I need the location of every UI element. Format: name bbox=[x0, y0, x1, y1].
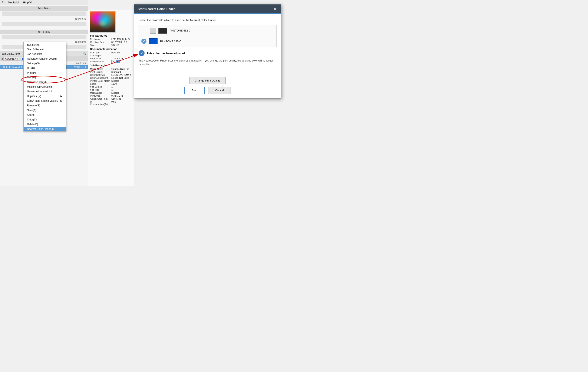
menu-generate-variation[interactable]: Generate Variation Job(H) bbox=[24, 56, 66, 61]
color-settings-value: LGEcoUV5_CMYK bbox=[111, 74, 131, 76]
menu-rip[interactable]: RIP(R) bbox=[24, 66, 66, 71]
context-menu: Edit Design Step & Repeat Job Assistant … bbox=[23, 42, 66, 132]
pages-value: 1 bbox=[111, 54, 113, 57]
rip-status-label: RIP Status bbox=[0, 30, 88, 34]
menu-nest[interactable]: Nest(N) bbox=[24, 75, 66, 80]
dialog-action-row: Start Cancel bbox=[139, 87, 277, 94]
file-thumbnail bbox=[90, 11, 116, 32]
queue-tab-a[interactable]: A Queue A ✿ bbox=[3, 57, 20, 61]
file-attrs-panel: File Attributes File Name LFR_MG_Light G… bbox=[88, 10, 134, 186]
nearest-color-finder-dialog: Start Nearest Color Finder ✕ Select the … bbox=[134, 4, 281, 99]
file-name-value: LFR_MG_Light Gr bbox=[111, 38, 130, 41]
color-row-432[interactable]: PANTONE 432 C bbox=[139, 25, 276, 36]
change-print-quality-button[interactable]: Change Print Quality bbox=[189, 77, 226, 84]
left-panel: P) Media(M) Help(H) Print Status Nicknam… bbox=[0, 0, 88, 186]
creation-date-value: 8/12/2023 15:5: bbox=[111, 41, 127, 43]
print-quality-row: Print Quality Standard bbox=[90, 71, 132, 73]
menu-edit-design[interactable]: Edit Design bbox=[24, 42, 66, 47]
menu-generate-layered[interactable]: Generate Layered Job bbox=[24, 89, 66, 94]
menu-item-help[interactable]: Help(H) bbox=[23, 1, 32, 4]
menu-job-assistant[interactable]: Job Assistant bbox=[24, 52, 66, 56]
color-432-swatch-light bbox=[150, 28, 156, 34]
adjusted-text: This color has been adjusted. bbox=[147, 52, 186, 55]
scale-row: Scale 100% bbox=[90, 83, 132, 85]
dialog-body: Select the color with which to execute t… bbox=[134, 14, 281, 75]
copies-row: # of Copies 1 bbox=[90, 85, 132, 88]
ink-row: Ink Consumption(Esti... 0.50 bbox=[90, 101, 132, 105]
special-items-row: Special Items A Gi bbox=[90, 60, 132, 63]
menu-duplicate[interactable]: Duplicate(Y) ▶ bbox=[24, 94, 66, 99]
action-row: Action After Print Save Job bbox=[90, 97, 132, 100]
print-quality-value: Standard bbox=[111, 71, 121, 73]
tiles-value: 1 bbox=[111, 89, 113, 91]
menu-abort[interactable]: Abort(T) bbox=[24, 113, 66, 117]
mark-label-row: Mark/Label Disable bbox=[90, 92, 132, 94]
menu-settings[interactable]: Settings(S) bbox=[24, 61, 66, 66]
copies-label: # of Copies bbox=[90, 85, 111, 88]
print-area-row: Print Area 9.3 x 7.2 in bbox=[90, 94, 132, 97]
color-285-name: PANTONE 285 C bbox=[160, 40, 181, 43]
menu-print[interactable]: Print(P) bbox=[24, 71, 66, 75]
color-list: PANTONE 432 C ✓ PANTONE 285 C bbox=[139, 25, 277, 47]
start-button[interactable]: Start bbox=[184, 87, 205, 94]
size-row: Size 904 KB bbox=[90, 44, 132, 46]
cancel-button[interactable]: Cancel bbox=[208, 87, 231, 94]
menu-multiple-job[interactable]: Multiple Job Grouping bbox=[24, 84, 66, 89]
color-285-check-icon: ✓ bbox=[141, 39, 147, 44]
dialog-footer: Change Print Quality Start Cancel bbox=[134, 75, 281, 98]
menu-nearest-color-finder[interactable]: Nearest Color Finder(J) bbox=[24, 127, 66, 131]
printer-color-row: Printer Color Match Disable bbox=[90, 80, 132, 82]
tiles-row: # of Tiles 1 bbox=[90, 89, 132, 91]
menu-bar: P) Media(M) Help(H) bbox=[0, 0, 88, 5]
color-432-swatch-dark bbox=[158, 28, 167, 34]
adjusted-check-circle: ✓ bbox=[139, 50, 145, 56]
ink-value: 0.50 bbox=[111, 101, 116, 105]
ink-label: Ink Consumption(Esti... bbox=[90, 101, 111, 105]
pages-label: # of Pages bbox=[90, 54, 111, 57]
printer-color-label: Printer Color Match bbox=[90, 80, 111, 82]
menu-copy-paste[interactable]: Copy/Paste Setting Value(V) ▶ bbox=[24, 99, 66, 103]
mark-label-value: Disable bbox=[111, 92, 119, 94]
menu-step-repeat[interactable]: Step & Repeat bbox=[24, 47, 66, 52]
menu-save[interactable]: Save(A) bbox=[24, 108, 66, 113]
menu-delete[interactable]: Delete(D) bbox=[24, 122, 66, 127]
doc-info-title: Document Information bbox=[90, 48, 132, 51]
creation-date-label: Creation Date bbox=[90, 41, 111, 43]
menu-rename[interactable]: Rename(E) bbox=[24, 103, 66, 108]
dialog-close-button[interactable]: ✕ bbox=[273, 7, 277, 11]
page-size-label: Page Size bbox=[90, 57, 111, 60]
color-432-name: PANTONE 432 C bbox=[169, 29, 191, 32]
color-settings-row: Color Settings LGEcoUV5_CMYK bbox=[90, 74, 132, 76]
printer-color-value: Disable bbox=[111, 80, 119, 82]
special-items-badges: A Gi bbox=[111, 60, 120, 63]
copies-value: 1 bbox=[111, 85, 113, 88]
print-quality-label: Print Quality bbox=[90, 71, 111, 73]
page-size-value: 7.2 x 9.3 in bbox=[111, 57, 123, 60]
menu-clear[interactable]: Clear(C) bbox=[24, 117, 66, 122]
search-icon[interactable]: 🔍 bbox=[83, 52, 86, 55]
nickname-row-1: Nickname bbox=[0, 17, 88, 21]
menu-compose-job[interactable]: Compose Job(M) bbox=[24, 80, 66, 84]
dialog-instruction: Select the color with which to execute t… bbox=[139, 19, 277, 22]
prev-arrow-icon[interactable]: ◀ bbox=[1, 58, 2, 60]
color-adj-value: Linear (Not Edite bbox=[111, 77, 129, 79]
print-status-label: Print Status bbox=[0, 6, 88, 11]
creation-date-row: Creation Date 8/12/2023 15:5: bbox=[90, 41, 132, 43]
color-285-swatch-blue bbox=[149, 38, 158, 44]
page-size-row: Page Size 7.2 x 9.3 in bbox=[90, 57, 132, 60]
color-adj-row: Color Adjustment Linear (Not Edite bbox=[90, 77, 132, 79]
special-items-label: Special Items bbox=[90, 60, 111, 63]
action-label: Action After Print bbox=[90, 97, 111, 100]
tiles-label: # of Tiles bbox=[90, 89, 111, 91]
menu-item-media[interactable]: Media(M) bbox=[8, 1, 20, 4]
job-props-title: Job Properties bbox=[90, 64, 132, 67]
menu-item-p[interactable]: P) bbox=[2, 1, 4, 4]
media-name-label: Media Name bbox=[90, 68, 111, 70]
print-status-section: Print Status Nickname bbox=[0, 5, 88, 28]
mark-label-label: Mark/Label bbox=[90, 92, 111, 94]
notice-text: The Nearest Color Finder uses the job's … bbox=[139, 59, 277, 66]
adjusted-notice: ✓ This color has been adjusted. bbox=[139, 50, 277, 56]
job-item-time: 12/08 15:52 bbox=[74, 66, 86, 68]
color-row-285[interactable]: ✓ PANTONE 285 C bbox=[139, 36, 276, 47]
print-area-label: Print Area bbox=[90, 94, 111, 97]
